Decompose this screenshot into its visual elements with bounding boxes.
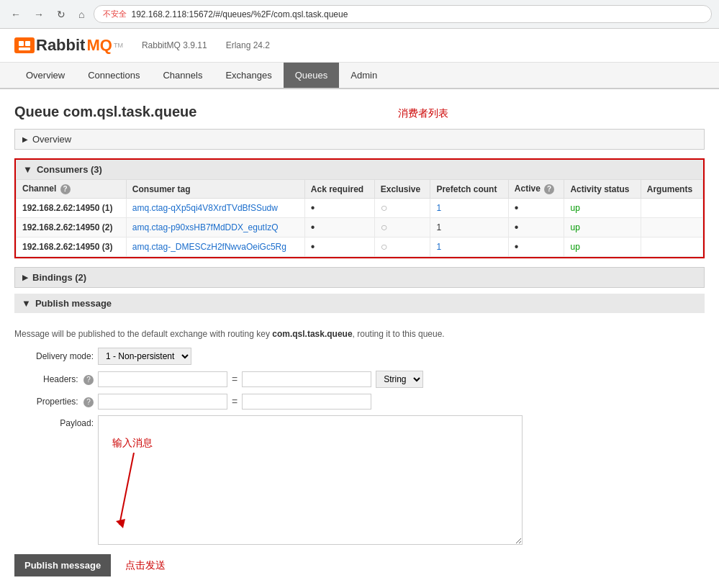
consumer-tag-3: amq.ctag-_DMESCzH2fNwvaOeiGc5Rg	[126, 238, 304, 257]
info-text: Message will be published to the default…	[14, 329, 272, 339]
channel-2: 192.168.2.62:14950 (2)	[17, 218, 127, 238]
active-help-icon[interactable]: ?	[544, 184, 554, 194]
overview-label: Overview	[32, 134, 71, 145]
properties-value-input[interactable]	[242, 394, 371, 410]
publish-arrow-icon: ▼	[22, 298, 31, 309]
channel-help-icon[interactable]: ?	[60, 184, 71, 194]
logo-tm: TM	[114, 42, 123, 49]
overview-section-header[interactable]: ▶ Overview	[14, 129, 705, 150]
properties-eq: =	[232, 396, 238, 407]
headers-value-input[interactable]	[242, 371, 371, 387]
payload-row: Payload: 输入消息	[14, 415, 705, 547]
forward-button[interactable]: →	[30, 7, 48, 22]
app-header: RabbitMQTM RabbitMQ 3.9.11 Erlang 24.2	[0, 29, 719, 63]
prefetch-3: 1	[430, 238, 508, 257]
table-row: 192.168.2.62:14950 (3) amq.ctag-_DMESCzH…	[17, 238, 703, 257]
svg-rect-3	[19, 48, 30, 50]
publish-title: Publish message	[35, 298, 112, 309]
arguments-1	[641, 199, 702, 218]
logo: RabbitMQTM	[14, 36, 123, 55]
address-bar[interactable]: 不安全 192.168.2.118:15672/#/queues/%2F/com…	[94, 5, 712, 23]
headers-key-input[interactable]	[98, 371, 227, 387]
info-suffix: , routing it to this queue.	[353, 329, 445, 339]
exclusive-3: ○	[374, 238, 430, 257]
headers-label: Headers: ?	[14, 374, 94, 385]
exclusive-2: ○	[374, 218, 430, 238]
ack-1: •	[304, 199, 374, 218]
bindings-arrow-icon: ▶	[22, 273, 28, 281]
url-text: 192.168.2.118:15672/#/queues/%2F/com.qsl…	[131, 9, 348, 19]
exclusive-1: ○	[374, 199, 430, 218]
col-arguments: Arguments	[641, 180, 702, 199]
properties-help-icon[interactable]: ?	[83, 397, 94, 407]
logo-icon	[14, 37, 35, 53]
consumers-title: Consumers (3)	[37, 164, 102, 175]
publish-bottom-row: Publish message 点击发送	[14, 554, 705, 576]
table-row: 192.168.2.62:14950 (2) amq.ctag-p90xsHB7…	[17, 218, 703, 238]
logo-rabbit: Rabbit	[36, 36, 85, 55]
send-annotation: 点击发送	[125, 559, 166, 572]
arguments-2	[641, 218, 702, 238]
consumer-tag-1: amq.ctag-qXp5qi4V8XrdTVdBfSSudw	[126, 199, 304, 218]
properties-label: Properties: ?	[14, 397, 94, 407]
nav-queues[interactable]: Queues	[284, 63, 340, 88]
page-title: Queue com.qsl.task.queue	[14, 104, 196, 120]
payload-wrapper: 输入消息	[98, 415, 523, 547]
erlang-label: Erlang 24.2	[226, 40, 270, 50]
ack-2: •	[304, 218, 374, 238]
publish-button[interactable]: Publish message	[14, 554, 111, 576]
nav-channels[interactable]: Channels	[151, 63, 214, 88]
col-active: Active ?	[508, 180, 564, 199]
ack-3: •	[304, 238, 374, 257]
consumers-annotation: 消费者列表	[398, 107, 448, 120]
properties-key-input[interactable]	[98, 394, 227, 410]
headers-row: Headers: ? = String Bytes	[14, 371, 705, 388]
status-1: up	[564, 199, 641, 218]
col-consumer-tag: Consumer tag	[126, 180, 304, 199]
consumer-tag-2: amq.ctag-p90xsHB7fMdDDX_egutIzQ	[126, 218, 304, 238]
browser-chrome: ← → ↻ ⌂ 不安全 192.168.2.118:15672/#/queues…	[0, 0, 719, 29]
nav-admin[interactable]: Admin	[339, 63, 389, 88]
consumers-arrow-icon: ▼	[23, 164, 32, 175]
nav-bar: Overview Connections Channels Exchanges …	[0, 63, 719, 89]
active-3: •	[508, 238, 564, 257]
status-3: up	[564, 238, 641, 257]
col-channel: Channel ?	[17, 180, 127, 199]
headers-eq: =	[232, 374, 238, 385]
title-name: com.qsl.task.queue	[63, 104, 197, 119]
consumers-table: Channel ? Consumer tag Ack required Excl…	[16, 179, 703, 257]
bindings-section: ▶ Bindings (2)	[14, 267, 705, 288]
publish-header[interactable]: ▼ Publish message	[14, 294, 705, 313]
headers-help-icon[interactable]: ?	[83, 375, 94, 385]
delivery-select[interactable]: 1 - Non-persistent 2 - Persistent	[98, 348, 191, 365]
nav-exchanges[interactable]: Exchanges	[214, 63, 283, 88]
svg-rect-1	[19, 41, 24, 46]
title-prefix: Queue	[14, 104, 59, 119]
bindings-header[interactable]: ▶ Bindings (2)	[14, 267, 705, 288]
active-2: •	[508, 218, 564, 238]
payload-textarea[interactable]	[98, 415, 523, 545]
col-prefetch-count: Prefetch count	[430, 180, 508, 199]
page-content: Queue com.qsl.task.queue 消费者列表 ▶ Overvie…	[0, 89, 719, 588]
delivery-mode-row: Delivery mode: 1 - Non-persistent 2 - Pe…	[14, 348, 705, 365]
table-row: 192.168.2.62:14950 (1) amq.ctag-qXp5qi4V…	[17, 199, 703, 218]
prefetch-2: 1	[430, 218, 508, 238]
delivery-label: Delivery mode:	[14, 351, 94, 361]
publish-info: Message will be published to the default…	[14, 327, 705, 340]
consumers-section: ▼ Consumers (3) Channel ? Consumer tag A…	[14, 158, 705, 258]
status-2: up	[564, 218, 641, 238]
headers-type-select[interactable]: String Bytes	[376, 371, 423, 388]
consumers-header[interactable]: ▼ Consumers (3)	[16, 160, 703, 179]
reload-button[interactable]: ↻	[53, 7, 69, 22]
col-exclusive: Exclusive	[374, 180, 430, 199]
channel-1: 192.168.2.62:14950 (1)	[17, 199, 127, 218]
properties-row: Properties: ? =	[14, 394, 705, 410]
col-activity-status: Activity status	[564, 180, 641, 199]
back-button[interactable]: ←	[7, 7, 24, 22]
nav-connections[interactable]: Connections	[76, 63, 151, 88]
nav-overview[interactable]: Overview	[14, 63, 76, 88]
security-warning: 不安全	[103, 9, 127, 19]
col-ack-required: Ack required	[304, 180, 374, 199]
home-button[interactable]: ⌂	[75, 7, 88, 22]
payload-label: Payload:	[14, 415, 94, 428]
